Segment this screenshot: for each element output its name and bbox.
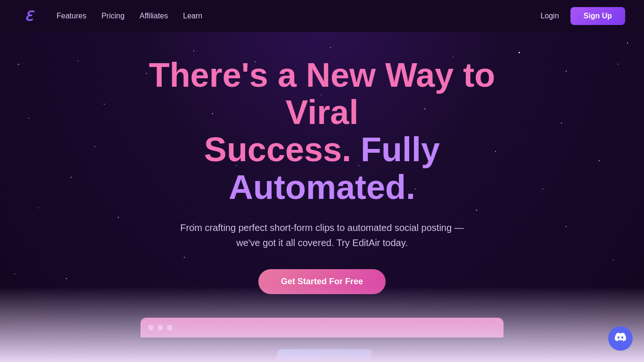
hero-section: There's a New Way to Viral Success. Full…	[0, 0, 644, 362]
logo-icon: Ɛ	[25, 8, 33, 24]
hero-title-line1: There's a New Way to Viral	[149, 56, 495, 131]
bottom-fade	[0, 287, 644, 362]
hero-title-line2-part1: Success.	[204, 131, 351, 168]
signup-button[interactable]: Sign Up	[570, 7, 625, 25]
hero-title: There's a New Way to Viral Success. Full…	[110, 57, 534, 206]
nav-links: Features Pricing Affiliates Learn	[57, 12, 202, 20]
discord-icon	[615, 331, 626, 346]
hero-subtitle: From crafting perfect short-form clips t…	[171, 220, 473, 250]
discord-button[interactable]	[608, 326, 633, 351]
nav-features[interactable]: Features	[57, 12, 86, 20]
nav-right: Login Sign Up	[540, 7, 625, 25]
nav-learn[interactable]: Learn	[183, 12, 202, 20]
nav-left: Ɛ Features Pricing Affiliates Learn	[19, 7, 202, 25]
login-button[interactable]: Login	[540, 12, 559, 20]
nav-pricing[interactable]: Pricing	[101, 12, 124, 20]
logo[interactable]: Ɛ	[19, 7, 38, 25]
nav-affiliates[interactable]: Affiliates	[140, 12, 168, 20]
navbar: Ɛ Features Pricing Affiliates Learn Logi…	[0, 0, 644, 32]
